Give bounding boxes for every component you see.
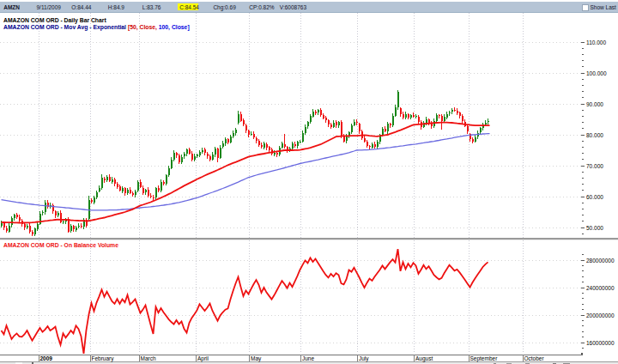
svg-text:O:84.44: O:84.44 [71,4,92,10]
svg-text:September: September [470,355,499,362]
svg-text:100.000: 100.000 [586,70,607,76]
svg-text:280000000: 280000000 [586,258,615,264]
svg-text:C:84.54: C:84.54 [179,4,199,10]
svg-text:200000000: 200000000 [586,312,615,318]
svg-text:Show Last: Show Last [591,4,617,10]
svg-text:February: February [92,355,115,362]
svg-text:Chg:0.69: Chg:0.69 [213,4,236,11]
svg-text:May: May [251,355,262,362]
svg-text:L:83.76: L:83.76 [142,4,161,10]
svg-text:AMAZON COM ORD - On Balance Vo: AMAZON COM ORD - On Balance Volume [3,242,118,248]
svg-text:October: October [524,355,545,361]
svg-text:AMZN: AMZN [3,4,20,10]
svg-text:160000000: 160000000 [586,340,615,346]
svg-text:V:6008763: V:6008763 [280,4,307,10]
svg-text:80.000: 80.000 [586,132,603,138]
svg-text:50.000: 50.000 [586,225,603,231]
svg-text:AMAZON COM ORD - Mov Avg - Exp: AMAZON COM ORD - Mov Avg - Exponential [… [3,24,190,31]
svg-text:90.000: 90.000 [586,101,603,107]
svg-text:July: July [359,355,369,362]
svg-text:60.000: 60.000 [586,194,603,200]
svg-text:August: August [415,355,433,362]
svg-text:April: April [197,355,209,362]
svg-text:AMAZON COM ORD - Daily Bar Cha: AMAZON COM ORD - Daily Bar Chart [3,17,106,24]
svg-text:H:84.9: H:84.9 [108,4,125,10]
svg-text:CP:0.82%: CP:0.82% [249,4,274,10]
svg-text:June: June [302,355,314,361]
svg-text:March: March [141,355,156,361]
svg-text:9/11/2009: 9/11/2009 [37,4,62,10]
svg-text:70.000: 70.000 [586,163,603,169]
svg-text:240000000: 240000000 [586,285,615,291]
svg-text:110.000: 110.000 [586,39,606,46]
svg-text:2009: 2009 [40,355,53,361]
